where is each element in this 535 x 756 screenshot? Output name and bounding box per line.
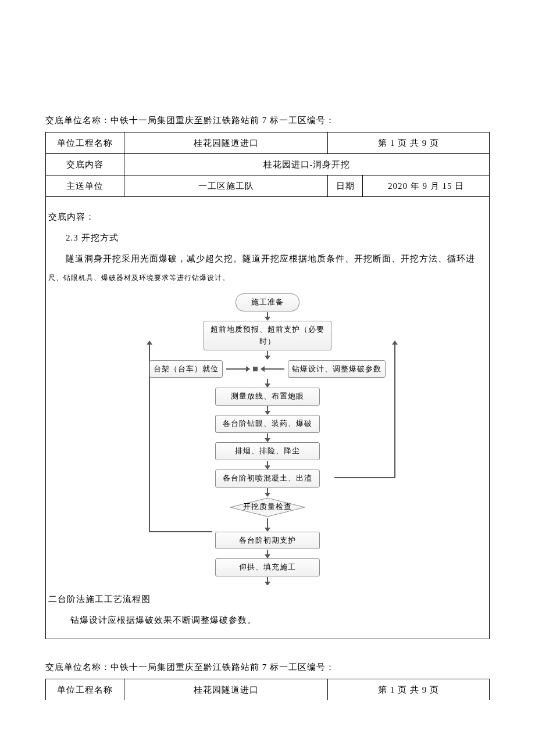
joint-icon — [253, 367, 258, 371]
para-1: 隧道洞身开挖采用光面爆破，减少超欠挖。隧道开挖应根据地质条件、开挖断面、开挖方法… — [48, 252, 487, 266]
t1-r2-label: 交底内容 — [46, 154, 124, 175]
flow-n4: 排烟、排险、降尘 — [215, 442, 320, 460]
arrow-icon — [267, 461, 268, 469]
flow-n7: 仰拱、填充施工 — [215, 558, 320, 576]
arrow-icon — [267, 406, 268, 414]
arrow-icon — [267, 550, 268, 558]
t1-r3-label: 主送单位 — [46, 175, 124, 197]
info-table-2: 单位工程名称 桂花园隧道进口 第 1 页 共 9 页 — [45, 679, 490, 700]
header-line: 交底单位名称：中铁十一局集团重庆至黔江铁路站前 7 标一工区编号： — [45, 113, 490, 127]
flowchart: 施工准备 超前地质预报、超前支护（必要时） 台架（台车）就位 钻爆设计、调整爆破… — [137, 293, 398, 585]
t1-r1-value: 桂花园隧道进口 — [124, 132, 328, 154]
h-arrow-right-icon — [226, 368, 249, 370]
flow-n3: 各台阶钻眼、装药、爆破 — [215, 415, 320, 433]
t1-r2-value: 桂花园进口-洞身开挖 — [124, 154, 490, 175]
arrow-icon — [267, 312, 268, 320]
loop-arrow-right — [394, 341, 395, 478]
t2-r1-label: 单位工程名称 — [46, 679, 124, 701]
flow-n6: 各台阶初期支护 — [215, 532, 320, 550]
flow-n1: 超前地质预报、超前支护（必要时） — [204, 321, 331, 351]
header-line-2: 交底单位名称：中铁十一局集团重庆至黔江铁路站前 7 标一工区编号： — [45, 660, 490, 674]
flow-n5: 各台阶初喷混凝土、出渣 — [215, 470, 320, 488]
arrow-icon — [267, 488, 268, 496]
arrow-icon — [267, 351, 268, 359]
t1-r1-label: 单位工程名称 — [46, 132, 124, 154]
flow-side-row: 台架（台车）就位 钻爆设计、调整爆破参数 — [137, 360, 398, 378]
flow-decision: 开挖质量检查 — [230, 497, 305, 517]
t1-r3-date: 2020 年 9 月 15 日 — [363, 175, 490, 197]
arrow-icon — [267, 518, 268, 531]
flow-start: 施工准备 — [236, 293, 299, 311]
t1-r3-date-label: 日期 — [328, 175, 363, 197]
flow-right-side: 钻爆设计、调整爆破参数 — [288, 360, 386, 378]
para-1b: 尺、钻眼机具、爆破器材及环境要求等进行钻爆设计。 — [48, 273, 487, 281]
arrow-icon — [267, 379, 268, 387]
section-number: 2.3 开挖方式 — [48, 231, 487, 245]
t2-r1-value: 桂花园隧道进口 — [124, 679, 328, 701]
t2-r1-page: 第 1 页 共 9 页 — [328, 679, 490, 701]
t1-r1-page: 第 1 页 共 9 页 — [328, 132, 490, 154]
flow-left-side: 台架（台车）就位 — [149, 360, 223, 378]
flow-caption: 二台阶法施工工艺流程图 — [48, 592, 487, 606]
info-table-1: 单位工程名称 桂花园隧道进口 第 1 页 共 9 页 交底内容 桂花园进口-洞身… — [45, 132, 490, 639]
para-2: 钻爆设计应根据爆破效果不断调整爆破参数。 — [48, 613, 487, 627]
decision-label: 开挖质量检查 — [243, 501, 292, 513]
t1-r3-value: 一工区施工队 — [124, 175, 328, 197]
flow-n2: 测量放线、布置炮眼 — [215, 388, 320, 406]
arrow-icon — [267, 577, 268, 585]
h-arrow-left-icon — [261, 368, 284, 370]
content-cell: 交底内容： 2.3 开挖方式 隧道洞身开挖采用光面爆破，减少超欠挖。隧道开挖应根… — [46, 197, 490, 639]
content-heading: 交底内容： — [48, 210, 487, 224]
arrow-icon — [267, 433, 268, 442]
